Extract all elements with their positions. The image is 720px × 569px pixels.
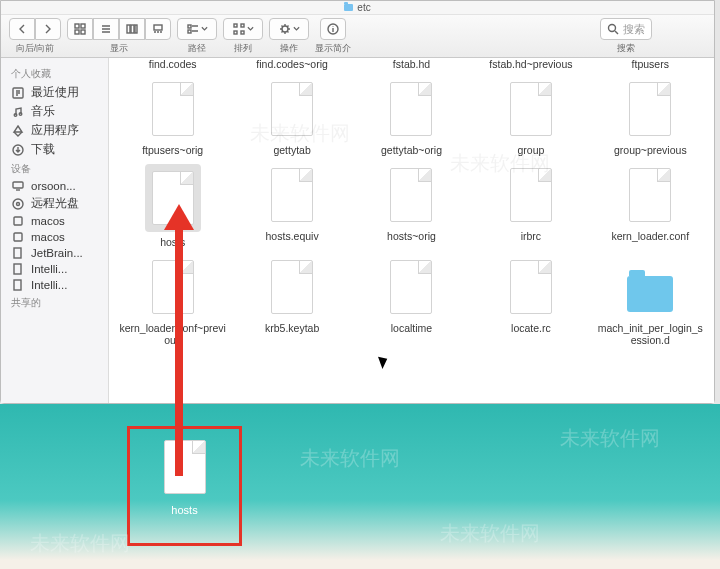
file-item[interactable]: locate.rc (475, 256, 586, 346)
sidebar-item-jetbrains[interactable]: JetBrain... (1, 245, 108, 261)
document-icon (629, 168, 671, 222)
file-item[interactable]: gettytab~orig (356, 78, 467, 156)
file-item[interactable]: group~previous (595, 78, 706, 156)
search-group: 搜索 搜索 (546, 18, 706, 55)
page-icon (11, 247, 25, 259)
svg-rect-27 (14, 264, 21, 274)
path-group: 路径 (177, 18, 217, 55)
view-list-button[interactable] (93, 18, 119, 40)
view-label: 显示 (110, 42, 128, 55)
file-grid: find.codes find.codes~orig fstab.hd fsta… (117, 58, 706, 346)
file-item[interactable]: gettytab (236, 78, 347, 156)
title-bar[interactable]: etc (1, 1, 714, 15)
watermark: 未来软件网 (440, 520, 540, 547)
file-item[interactable]: find.codes (117, 58, 228, 70)
file-item[interactable]: ftpusers~orig (117, 78, 228, 156)
search-input[interactable]: 搜索 (600, 18, 652, 40)
file-grid-area[interactable]: find.codes find.codes~orig fstab.hd fsta… (109, 58, 714, 403)
action-button[interactable] (269, 18, 309, 40)
folder-icon (627, 276, 673, 312)
document-icon (152, 260, 194, 314)
page-icon (11, 279, 25, 291)
path-button[interactable] (177, 18, 217, 40)
document-icon (390, 168, 432, 222)
clock-icon (11, 87, 25, 99)
sort-group: 排列 (223, 18, 263, 55)
watermark: 未来软件网 (300, 445, 400, 472)
action-label: 操作 (280, 42, 298, 55)
file-item[interactable]: find.codes~orig (236, 58, 347, 70)
cursor-icon (380, 355, 390, 369)
disk-icon (11, 231, 25, 243)
file-item[interactable]: group (475, 78, 586, 156)
sidebar-item-apps[interactable]: 应用程序 (1, 121, 108, 140)
forward-button[interactable] (35, 18, 61, 40)
sidebar-item-macos-1[interactable]: macos (1, 213, 108, 229)
file-item-hosts[interactable]: hosts (117, 164, 228, 248)
file-item[interactable]: localtime (356, 256, 467, 346)
file-item[interactable]: krb5.keytab (236, 256, 347, 346)
apps-icon (11, 125, 25, 137)
watermark: 未来软件网 (560, 425, 660, 452)
sidebar-item-intellij-1[interactable]: Intelli... (1, 261, 108, 277)
view-icon-button[interactable] (67, 18, 93, 40)
svg-rect-11 (241, 24, 244, 27)
sidebar-item-macos-2[interactable]: macos (1, 229, 108, 245)
action-group: 操作 (269, 18, 309, 55)
monitor-icon (11, 180, 25, 192)
svg-rect-12 (234, 31, 237, 34)
window-body: 个人收藏 最近使用 音乐 应用程序 下载 设备 orsoon... 远程光盘 m… (1, 58, 714, 403)
disc-icon (11, 198, 25, 210)
sort-button[interactable] (223, 18, 263, 40)
sort-label: 排列 (234, 42, 252, 55)
sidebar-item-music[interactable]: 音乐 (1, 102, 108, 121)
svg-rect-26 (14, 248, 21, 258)
document-icon (271, 260, 313, 314)
folder-icon (344, 4, 353, 11)
folder-item[interactable]: mach_init_per_login_session.d (595, 256, 706, 346)
file-item[interactable]: kern_loader.conf~previous (117, 256, 228, 346)
svg-rect-13 (241, 31, 244, 34)
info-button[interactable] (320, 18, 346, 40)
svg-point-22 (13, 199, 23, 209)
svg-rect-2 (75, 30, 79, 34)
sidebar-item-recent[interactable]: 最近使用 (1, 83, 108, 102)
file-item[interactable]: hosts.equiv (236, 164, 347, 248)
document-icon (390, 260, 432, 314)
svg-rect-0 (75, 24, 79, 28)
disk-icon (11, 215, 25, 227)
search-icon (607, 23, 619, 35)
svg-rect-10 (234, 24, 237, 27)
document-icon (629, 82, 671, 136)
desktop-file-hosts[interactable]: hosts (127, 426, 242, 546)
document-icon (271, 168, 313, 222)
svg-point-23 (17, 202, 20, 205)
file-item[interactable]: ftpusers (595, 58, 706, 70)
svg-rect-6 (135, 25, 137, 33)
sidebar-header-favorites: 个人收藏 (1, 64, 108, 83)
search-placeholder: 搜索 (623, 22, 645, 37)
file-item[interactable]: irbrc (475, 164, 586, 248)
file-item[interactable]: kern_loader.conf (595, 164, 706, 248)
svg-rect-8 (188, 25, 191, 28)
sidebar-item-orsoon[interactable]: orsoon... (1, 178, 108, 194)
sidebar-item-intellij-2[interactable]: Intelli... (1, 277, 108, 293)
view-column-button[interactable] (119, 18, 145, 40)
file-item[interactable]: hosts~orig (356, 164, 467, 248)
nav-label: 向后/向前 (16, 42, 55, 55)
window-title: etc (357, 2, 370, 13)
finder-window: etc 向后/向前 显示 路径 排列 (0, 0, 715, 404)
document-icon (510, 260, 552, 314)
view-gallery-button[interactable] (145, 18, 171, 40)
back-button[interactable] (9, 18, 35, 40)
info-label: 显示简介 (315, 42, 351, 55)
sidebar-item-downloads[interactable]: 下载 (1, 140, 108, 159)
search-label: 搜索 (617, 42, 635, 55)
document-icon (271, 82, 313, 136)
sidebar-item-remote-disc[interactable]: 远程光盘 (1, 194, 108, 213)
svg-rect-1 (81, 24, 85, 28)
sidebar: 个人收藏 最近使用 音乐 应用程序 下载 设备 orsoon... 远程光盘 m… (1, 58, 109, 403)
document-icon (152, 171, 194, 225)
file-item[interactable]: fstab.hd~previous (475, 58, 586, 70)
file-item[interactable]: fstab.hd (356, 58, 467, 70)
